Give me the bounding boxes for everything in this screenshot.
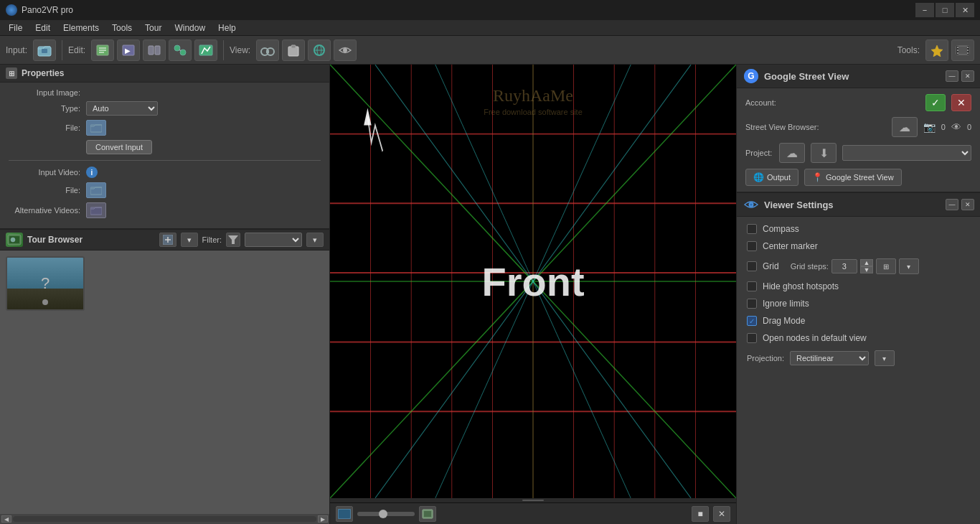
- menu-file[interactable]: File: [3, 22, 28, 34]
- view-clipboard-button[interactable]: [282, 39, 305, 61]
- gsv-cloud-button[interactable]: ☁: [892, 117, 918, 137]
- close-button[interactable]: ✕: [956, 3, 974, 17]
- input-video-info-icon[interactable]: i: [86, 167, 98, 178]
- gsv-account-remove-button[interactable]: ✕: [951, 94, 971, 111]
- viewer-settings-panel: Viewer Settings — ✕ Compass Center marke…: [737, 193, 980, 524]
- zoom-slider[interactable]: [357, 512, 415, 516]
- svg-marker-42: [228, 235, 238, 244]
- menu-tour[interactable]: Tour: [139, 22, 167, 34]
- grid-type-dropdown[interactable]: ▾: [899, 258, 919, 274]
- gsv-minimize-button[interactable]: —: [946, 70, 958, 82]
- scroll-left-arrow[interactable]: ◀: [1, 515, 11, 523]
- hide-ghost-checkbox[interactable]: [747, 281, 757, 291]
- alt-videos-browse-button[interactable]: [86, 202, 106, 218]
- viewer-grid: [330, 65, 736, 498]
- viewer-stop-button[interactable]: ■: [692, 506, 709, 522]
- minimize-button[interactable]: −: [915, 3, 934, 17]
- center-marker-label: Center marker: [763, 241, 818, 251]
- edit-map-button[interactable]: [194, 39, 217, 61]
- file-browse-button[interactable]: [86, 120, 106, 136]
- type-row: Type: Auto Equirectangular Cubic Cylindr…: [9, 101, 321, 116]
- gsv-project-upload-button[interactable]: ☁: [779, 143, 805, 163]
- gsv-account-check-button[interactable]: ✓: [925, 94, 946, 111]
- svg-point-82: [750, 204, 753, 206]
- open-nodes-checkbox[interactable]: [747, 333, 757, 343]
- tour-browser-content[interactable]: ?: [0, 251, 329, 514]
- filter-dropdown-button[interactable]: ▾: [306, 233, 324, 247]
- viewer-settings-title: Viewer Settings: [764, 200, 941, 210]
- view-eye-button[interactable]: [334, 39, 357, 61]
- tour-browser-add-button[interactable]: [159, 233, 176, 247]
- grid-checkbox[interactable]: [747, 261, 757, 271]
- gsv-panel: G Google Street View — ✕ Account: ✓ ✕: [737, 65, 980, 193]
- gsv-project-dropdown[interactable]: [842, 145, 971, 161]
- right-panel: G Google Street View — ✕ Account: ✓ ✕: [736, 65, 980, 524]
- center-marker-row: Center marker: [747, 241, 970, 251]
- tools-film-button[interactable]: [951, 39, 974, 61]
- grid-steps-spinner: ▲ ▼: [860, 259, 873, 273]
- tour-browser-scrollbar: ◀ ▶: [0, 514, 329, 524]
- gsv-gsv-button[interactable]: 📍 Google Street View: [804, 169, 902, 186]
- convert-input-button[interactable]: Convert Input: [86, 140, 152, 154]
- grid-row: Grid Grid steps: 3 ▲ ▼ ⊞ ▾: [747, 258, 970, 274]
- maximize-button[interactable]: □: [936, 3, 954, 17]
- gsv-close-buttons: — ✕: [946, 70, 974, 82]
- svg-rect-28: [957, 50, 958, 51]
- projection-dropdown-btn[interactable]: ▾: [875, 350, 895, 366]
- center-marker-checkbox[interactable]: [747, 241, 757, 251]
- vs-close-buttons: — ✕: [946, 199, 974, 210]
- drag-mode-checkbox[interactable]: [747, 316, 757, 326]
- menu-help[interactable]: Help: [212, 22, 242, 34]
- svg-rect-30: [967, 47, 969, 48]
- svg-line-12: [179, 50, 181, 51]
- compass-label: Compass: [763, 224, 799, 234]
- grid-steps-container: Grid steps: 3 ▲ ▼ ⊞ ▾: [791, 258, 919, 274]
- viewer-fullscreen-button[interactable]: [419, 506, 436, 522]
- viewer-close-button[interactable]: ✕: [713, 506, 730, 522]
- viewer-settings-content: Compass Center marker Grid Grid steps: 3: [737, 217, 980, 524]
- edit-output-button[interactable]: ▶: [117, 39, 140, 61]
- gsv-close-button[interactable]: ✕: [961, 70, 974, 82]
- video-file-browse-button[interactable]: [86, 182, 106, 198]
- menu-edit[interactable]: Edit: [29, 22, 56, 34]
- viewer-canvas[interactable]: Front RuyhAaMe Free download software si…: [330, 65, 736, 498]
- edit-skin-button[interactable]: [91, 39, 114, 61]
- grid-steps-up[interactable]: ▲: [860, 259, 873, 266]
- tour-browser-header: Tour Browser ▾ Filter: ▾: [0, 230, 329, 251]
- viewer-thumb-button[interactable]: [336, 506, 353, 522]
- svg-rect-32: [967, 52, 969, 54]
- compass-checkbox[interactable]: [747, 224, 757, 234]
- menu-elements[interactable]: Elements: [57, 22, 105, 34]
- left-panel: ⊞ Properties Input Image: Type: Auto Equ…: [0, 65, 330, 524]
- type-select[interactable]: Auto Equirectangular Cubic Cylindrical: [86, 101, 158, 116]
- edit-tour-button[interactable]: [169, 39, 192, 61]
- filter-select[interactable]: [245, 233, 302, 247]
- edit-properties-button[interactable]: [143, 39, 166, 61]
- svg-rect-1: [42, 49, 47, 53]
- input-open-button[interactable]: [33, 39, 56, 61]
- view-globe-button[interactable]: [308, 39, 331, 61]
- grid-steps-label: Grid steps:: [791, 262, 829, 271]
- menu-window[interactable]: Window: [169, 22, 211, 34]
- grid-steps-down[interactable]: ▼: [860, 266, 873, 273]
- input-toolbar-section: Input:: [6, 39, 56, 61]
- gsv-output-button[interactable]: 🌐 Output: [745, 169, 798, 186]
- vs-minimize-button[interactable]: —: [946, 199, 958, 210]
- tour-browser-dropdown-button[interactable]: ▾: [181, 233, 198, 247]
- input-toolbar-label: Input:: [6, 45, 27, 55]
- view-binoculars-button[interactable]: [256, 39, 279, 61]
- ignore-limits-row: Ignore limits: [747, 299, 970, 309]
- title-bar: Pano2VR pro − □ ✕: [0, 0, 980, 20]
- projection-select[interactable]: Rectilinear Fisheye Stereographic Archit…: [790, 351, 869, 365]
- scroll-right-arrow[interactable]: ▶: [318, 515, 328, 523]
- vs-close-button[interactable]: ✕: [961, 199, 974, 210]
- filter-icon-button[interactable]: [226, 233, 240, 247]
- ignore-limits-checkbox[interactable]: [747, 299, 757, 309]
- drag-mode-label: Drag Mode: [763, 316, 805, 326]
- gsv-project-download-button[interactable]: ⬇: [811, 143, 837, 163]
- tour-thumbnail-1[interactable]: ?: [6, 256, 85, 311]
- tools-star-button[interactable]: [925, 39, 948, 61]
- grid-type-button[interactable]: ⊞: [876, 258, 896, 274]
- menu-tools[interactable]: Tools: [106, 22, 138, 34]
- input-video-label: Input Video:: [9, 168, 80, 177]
